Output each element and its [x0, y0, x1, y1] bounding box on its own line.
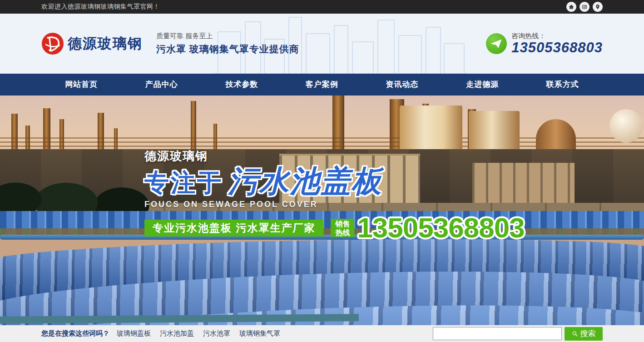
- logo-text: 德源玻璃钢: [68, 34, 143, 53]
- hotline: 咨询热线： 13505368803: [486, 32, 603, 55]
- nav-link[interactable]: 资讯动态: [362, 74, 442, 96]
- sales-hotline-number: 13505368803: [357, 215, 524, 241]
- sales-label-line1: 销售: [335, 220, 350, 228]
- welcome-text: 欢迎进入德源玻璃钢玻璃钢集气罩官网！: [41, 3, 160, 11]
- nav-item-about[interactable]: 走进德源: [442, 74, 523, 96]
- nav-item-contact[interactable]: 联系方式: [522, 74, 603, 96]
- sales-hotline-label: 销售 热线: [331, 219, 354, 237]
- nav-link[interactable]: 产品中心: [122, 74, 202, 96]
- search-keyword-link[interactable]: 玻璃钢盖板: [117, 329, 151, 338]
- main-nav: 网站首页 产品中心 技术参数 客户案例 资讯动态 走进德源 联系方式: [0, 74, 644, 96]
- paper-plane-icon: [486, 33, 507, 54]
- search-button-label: 搜索: [580, 328, 596, 339]
- hero-headline-main: 污水池盖板: [228, 166, 382, 196]
- hotline-number: 13505368803: [511, 40, 603, 55]
- slogan-main: 污水罩 玻璃钢集气罩专业提供商: [156, 43, 299, 55]
- location-icon[interactable]: [593, 2, 603, 12]
- hero-headline-prefix: 专注于: [144, 169, 223, 196]
- logo[interactable]: 德源玻璃钢: [41, 32, 143, 55]
- nav-item-products[interactable]: 产品中心: [122, 74, 202, 96]
- search-keyword-link[interactable]: 污水池罩: [203, 329, 230, 338]
- hero-banner: 德源玻璃钢 专注于 污水池盖板 FOUCS ON SEWAGE POOL COV…: [0, 96, 644, 325]
- hero-brand: 德源玻璃钢: [144, 148, 525, 164]
- nav-link[interactable]: 网站首页: [41, 74, 122, 96]
- hero-headline: 专注于 污水池盖板: [144, 166, 525, 196]
- sales-label-line2: 热线: [335, 229, 350, 236]
- search-button[interactable]: 搜索: [565, 327, 603, 341]
- social-links: [566, 2, 603, 12]
- nav-link[interactable]: 技术参数: [202, 74, 282, 96]
- nav-item-home[interactable]: 网站首页: [41, 74, 122, 96]
- search-keyword-link[interactable]: 玻璃钢集气罩: [239, 329, 280, 338]
- nav-link[interactable]: 客户案例: [282, 74, 362, 96]
- nav-item-cases[interactable]: 客户案例: [282, 74, 362, 96]
- search-group: 搜索: [433, 327, 603, 341]
- nav-link[interactable]: 联系方式: [522, 74, 603, 96]
- search-keyword-link[interactable]: 污水池加盖: [160, 329, 194, 338]
- hero-subtitle-en: FOUCS ON SEWAGE POOL COVER: [144, 200, 525, 209]
- hero-badge: 专业污水池盖板 污水罩生产厂家: [144, 220, 323, 236]
- search-icon: [572, 331, 578, 337]
- search-question: 您是在搜索这些词吗？: [41, 329, 109, 338]
- header-slogans: 质量可靠 服务至上 污水罩 玻璃钢集气罩专业提供商: [156, 32, 299, 55]
- site-header: 德源玻璃钢 质量可靠 服务至上 污水罩 玻璃钢集气罩专业提供商 咨询热线： 13…: [0, 14, 644, 74]
- hero-content: 德源玻璃钢 专注于 污水池盖板 FOUCS ON SEWAGE POOL COV…: [144, 148, 525, 241]
- nav-link[interactable]: 走进德源: [442, 74, 523, 96]
- search-input[interactable]: [433, 327, 562, 340]
- slogan-small: 质量可靠 服务至上: [156, 32, 299, 40]
- nav-item-specs[interactable]: 技术参数: [202, 74, 282, 96]
- search-bar: 您是在搜索这些词吗？ 玻璃钢盖板 污水池加盖 污水池罩 玻璃钢集气罩 搜索: [0, 325, 644, 342]
- top-bar: 欢迎进入德源玻璃钢玻璃钢集气罩官网！: [0, 0, 644, 14]
- nav-item-news[interactable]: 资讯动态: [362, 74, 442, 96]
- hero-badge-row: 专业污水池盖板 污水罩生产厂家 销售 热线 13505368803: [144, 215, 525, 241]
- hot-keywords: 玻璃钢盖板 污水池加盖 污水池罩 玻璃钢集气罩: [117, 329, 280, 338]
- logo-icon: [41, 32, 64, 55]
- home-icon[interactable]: [566, 2, 576, 12]
- camera-icon[interactable]: [580, 2, 590, 12]
